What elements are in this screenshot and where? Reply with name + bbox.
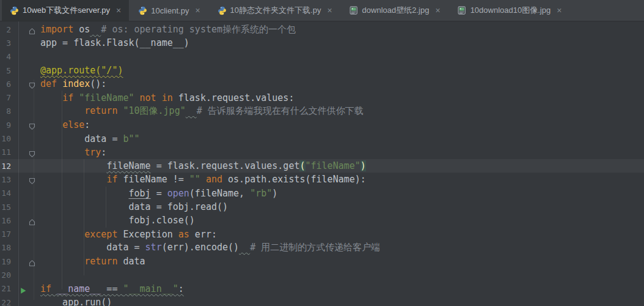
- code-token: if: [106, 174, 123, 185]
- line-number[interactable]: 11: [0, 147, 18, 157]
- code-token: [40, 174, 106, 185]
- code-token: ():: [90, 78, 106, 89]
- line-number[interactable]: 2: [0, 25, 18, 34]
- code-line-22[interactable]: 22 app.run(): [0, 296, 644, 306]
- line-number[interactable]: 5: [0, 66, 18, 75]
- code-line-8[interactable]: 8 return "10图像.jpg" # 告诉服务端我现在有什么文件供你下载: [0, 105, 644, 118]
- gutter-fold-cell: [18, 227, 38, 241]
- fold-down-icon[interactable]: [29, 80, 35, 92]
- code-text: if "fileName" not in flask.request.value…: [38, 92, 294, 103]
- line-number[interactable]: 14: [0, 188, 18, 198]
- code-token: str: [145, 242, 162, 253]
- line-number[interactable]: 21: [0, 284, 18, 293]
- editor-tab-4[interactable]: download壁纸2.jpg×: [342, 0, 448, 21]
- gutter-fold-cell: [18, 268, 38, 282]
- fold-up-icon[interactable]: [29, 217, 35, 228]
- fold-up-icon[interactable]: [29, 26, 35, 37]
- gutter-fold-cell: [18, 173, 38, 186]
- editor-tab-5[interactable]: 10download10图像.jpg×: [450, 0, 570, 21]
- code-text: fileName = flask.request.values.get("fil…: [38, 160, 366, 171]
- code-token: [239, 242, 250, 253]
- code-line-9[interactable]: 9 else:: [0, 118, 644, 132]
- code-line-10[interactable]: 10 data = b"": [0, 132, 644, 145]
- code-line-16[interactable]: 16 fobj.close(): [0, 214, 644, 227]
- editor-tab-3[interactable]: 10静态文件夹文件下载.py×: [210, 0, 340, 21]
- line-number[interactable]: 16: [0, 216, 18, 225]
- code-line-5[interactable]: 5@app.route("/"): [0, 64, 644, 77]
- code-token: ==: [101, 283, 123, 294]
- code-token: =: [151, 188, 167, 199]
- line-number[interactable]: 22: [0, 298, 18, 306]
- fold-up-icon[interactable]: [29, 258, 35, 269]
- code-token: if: [40, 283, 57, 294]
- code-token: if: [62, 92, 79, 103]
- line-number[interactable]: 17: [0, 230, 18, 239]
- image-icon: [349, 6, 359, 15]
- code-line-21[interactable]: 21if __name__ == "__main__":: [0, 282, 644, 296]
- code-token: data =: [40, 242, 145, 253]
- line-number[interactable]: 15: [0, 203, 18, 212]
- code-line-12[interactable]: 12 fileName = flask.request.values.get("…: [0, 159, 644, 173]
- code-line-4[interactable]: 4: [0, 50, 644, 64]
- code-token: app.run(): [40, 297, 112, 306]
- code-rows: 2import os # os: operating system操作系统的一个…: [0, 23, 644, 306]
- line-number[interactable]: 13: [0, 175, 18, 184]
- line-number[interactable]: 9: [0, 121, 18, 130]
- code-token: return: [84, 256, 123, 267]
- code-token: return: [84, 105, 123, 116]
- code-line-11[interactable]: 11 try:: [0, 146, 644, 159]
- code-token: fobj.close(): [40, 215, 195, 226]
- code-editor[interactable]: 2import os # os: operating system操作系统的一个…: [0, 21, 644, 306]
- fold-down-icon[interactable]: [29, 176, 35, 187]
- line-number[interactable]: 10: [0, 134, 18, 143]
- code-line-20[interactable]: 20: [0, 268, 644, 282]
- fold-down-icon[interactable]: [29, 149, 35, 160]
- code-token: index: [62, 78, 90, 89]
- editor-tab-2[interactable]: 10client.py×: [130, 0, 208, 21]
- code-text: data = b"": [38, 133, 140, 144]
- code-line-15[interactable]: 15 data = fobj.read(): [0, 200, 644, 214]
- gutter-fold-cell: [18, 146, 38, 159]
- gutter-fold-cell: [18, 77, 38, 91]
- line-number[interactable]: 3: [0, 39, 18, 48]
- line-number[interactable]: 18: [0, 243, 18, 252]
- line-number[interactable]: 4: [0, 52, 18, 61]
- code-token: fileName: [106, 160, 150, 171]
- line-number[interactable]: 8: [0, 106, 18, 116]
- code-text: def index():: [38, 78, 106, 89]
- code-token: [40, 147, 84, 158]
- code-token: flask.request.values:: [173, 92, 295, 103]
- close-icon[interactable]: ×: [557, 6, 562, 15]
- gutter-fold-cell: [18, 187, 38, 200]
- code-line-7[interactable]: 7 if "fileName" not in flask.request.val…: [0, 91, 644, 104]
- code-line-14[interactable]: 14 fobj = open(fileName, "rb"): [0, 187, 644, 200]
- run-icon[interactable]: [20, 285, 27, 297]
- line-number[interactable]: 6: [0, 80, 18, 89]
- fold-down-icon[interactable]: [29, 121, 35, 133]
- code-line-17[interactable]: 17 except Exception as err:: [0, 227, 644, 241]
- code-line-3[interactable]: 3app = flask.Flask(__name__): [0, 36, 644, 50]
- code-token: [40, 119, 62, 130]
- code-line-19[interactable]: 19 return data: [0, 255, 644, 268]
- code-token: :: [84, 119, 90, 130]
- close-icon[interactable]: ×: [327, 6, 332, 15]
- code-line-2[interactable]: 2import os # os: operating system操作系统的一个…: [0, 23, 644, 36]
- code-text: app = flask.Flask(__name__): [38, 37, 189, 48]
- close-icon[interactable]: ×: [435, 6, 440, 15]
- code-text: data = str(err).encode() # 用二进制的方式传递给客户端: [38, 242, 380, 253]
- gutter-fold-cell: [18, 91, 38, 104]
- line-number[interactable]: 7: [0, 93, 18, 102]
- code-line-13[interactable]: 13 if fileName != "" and os.path.exists(…: [0, 173, 644, 186]
- code-text: return data: [38, 256, 145, 267]
- code-line-6[interactable]: 6def index():: [0, 77, 644, 91]
- line-number[interactable]: 20: [0, 271, 18, 280]
- code-line-18[interactable]: 18 data = str(err).encode() # 用二进制的方式传递给…: [0, 241, 644, 255]
- code-text: fobj.close(): [38, 215, 195, 226]
- code-token: [40, 92, 62, 103]
- line-number[interactable]: 19: [0, 257, 18, 266]
- close-icon[interactable]: ×: [116, 6, 121, 15]
- close-icon[interactable]: ×: [195, 6, 200, 15]
- editor-tab-1[interactable]: 10web下载文件server.py×: [2, 0, 129, 21]
- gutter-fold-cell: [18, 64, 38, 77]
- line-number[interactable]: 12: [0, 162, 18, 171]
